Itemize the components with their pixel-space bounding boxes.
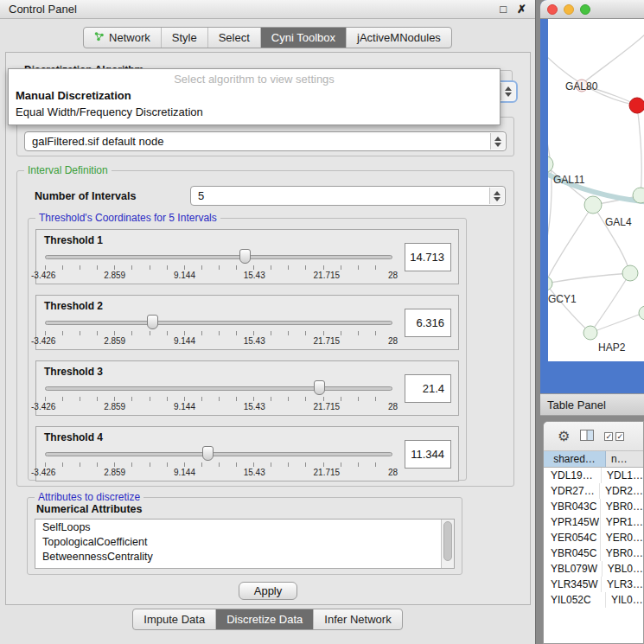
select-columns-checkboxes-icon[interactable] bbox=[604, 432, 624, 441]
tab-style[interactable]: Style bbox=[161, 28, 207, 48]
network-canvas[interactable]: GAL80 GAL11 GAL4 GCY1 HAP2 bbox=[548, 19, 644, 361]
table-header-row: shared… n… bbox=[544, 451, 643, 468]
cell[interactable]: YDL1… bbox=[602, 468, 643, 483]
threshold-value-field[interactable]: 11.344 bbox=[405, 440, 451, 469]
table-row[interactable]: YBR045CYBR0… bbox=[544, 545, 643, 561]
cell[interactable]: YBR045C bbox=[544, 545, 601, 561]
table-row[interactable]: YDR27…YDR2… bbox=[544, 483, 643, 499]
checkbox-icon[interactable] bbox=[604, 432, 613, 441]
threshold-panel: Threshold 1 -3.426 2.859 9.144 15.43 21.… bbox=[35, 229, 459, 284]
scale-label: 2.859 bbox=[104, 336, 125, 346]
list-item[interactable]: BetweennessCentrality bbox=[35, 549, 454, 564]
cell[interactable]: YLR345W bbox=[544, 577, 602, 592]
node-gcy1[interactable] bbox=[548, 277, 552, 290]
control-panel-window: Control Panel □ ✗ Network Style Select C… bbox=[0, 0, 536, 644]
slider-track[interactable] bbox=[45, 321, 392, 325]
cell[interactable]: YDL19… bbox=[544, 468, 602, 483]
list-item[interactable]: TopologicalCoefficient bbox=[35, 534, 454, 549]
cell[interactable]: YBR0… bbox=[601, 545, 643, 561]
cell[interactable]: YDR27… bbox=[544, 483, 600, 499]
close-icon[interactable]: ✗ bbox=[517, 3, 526, 15]
gear-icon[interactable]: ⚙ bbox=[558, 430, 570, 443]
cell[interactable]: YPR1… bbox=[601, 514, 643, 530]
slider-scale: -3.426 2.859 9.144 15.43 21.715 28 bbox=[31, 402, 398, 411]
slider-scale: -3.426 2.859 9.144 15.43 21.715 28 bbox=[31, 271, 398, 280]
slider-track[interactable] bbox=[45, 452, 392, 456]
tab-select[interactable]: Select bbox=[207, 28, 260, 48]
tab-network[interactable]: Network bbox=[84, 28, 161, 48]
slider-thumb[interactable] bbox=[202, 446, 214, 461]
threshold-value-field[interactable]: 14.713 bbox=[405, 243, 451, 271]
tab-cyni-toolbox[interactable]: Cyni Toolbox bbox=[260, 28, 346, 48]
combobox-stepper-icon bbox=[489, 188, 504, 204]
columns-icon[interactable] bbox=[580, 429, 594, 444]
tab-impute-data[interactable]: Impute Data bbox=[133, 609, 215, 629]
slider-thumb[interactable] bbox=[314, 380, 325, 395]
threshold-label: Threshold 2 bbox=[44, 300, 103, 312]
dropdown-option-manual-discretization[interactable]: Manual Discretization bbox=[9, 87, 500, 104]
slider-ticks bbox=[45, 265, 392, 270]
table-row[interactable]: YLR345WYLR3… bbox=[544, 577, 643, 592]
threshold-slider[interactable] bbox=[45, 380, 392, 396]
slider-track[interactable] bbox=[45, 255, 392, 259]
table-row[interactable]: YIL052CYIL0… bbox=[544, 592, 643, 608]
cell[interactable]: YDR2… bbox=[600, 483, 643, 499]
table-row[interactable]: YBR043CYBR0… bbox=[544, 499, 643, 514]
close-traffic-light[interactable] bbox=[547, 4, 558, 15]
scale-label: -3.426 bbox=[31, 336, 55, 346]
network-window-titlebar bbox=[540, 0, 644, 19]
node[interactable] bbox=[622, 265, 638, 281]
dropdown-option-equal-width[interactable]: Equal Width/Frequency Discretization bbox=[9, 104, 500, 120]
column-header-shared-name[interactable]: shared… bbox=[544, 451, 606, 467]
cell[interactable]: YLR3… bbox=[602, 577, 643, 592]
threshold-slider[interactable] bbox=[45, 446, 392, 462]
cell[interactable]: YIL0… bbox=[606, 592, 643, 608]
table-row[interactable]: YDL19…YDL1… bbox=[544, 468, 643, 483]
table-row[interactable]: YBL079WYBL0… bbox=[544, 561, 643, 577]
scale-label: 2.859 bbox=[104, 271, 125, 280]
apply-button[interactable]: Apply bbox=[239, 582, 297, 600]
tab-infer-network[interactable]: Infer Network bbox=[313, 609, 401, 629]
table-row[interactable]: YPR145WYPR1… bbox=[544, 514, 643, 530]
selected-node[interactable] bbox=[629, 98, 644, 113]
checkbox-icon[interactable] bbox=[615, 432, 624, 441]
table-data-combobox[interactable]: galFiltered.sif default node bbox=[24, 131, 507, 151]
node-hap2[interactable] bbox=[583, 326, 597, 340]
slider-thumb[interactable] bbox=[147, 315, 158, 329]
attributes-listbox[interactable]: SelfLoops TopologicalCoefficient Between… bbox=[35, 519, 455, 569]
column-header-name[interactable]: n… bbox=[606, 451, 643, 467]
node[interactable] bbox=[639, 306, 644, 320]
cell[interactable]: YER0… bbox=[601, 530, 643, 545]
threshold-value-field[interactable]: 6.316 bbox=[405, 309, 451, 337]
threshold-value-field[interactable]: 21.4 bbox=[405, 374, 451, 403]
tab-jactivemnodules[interactable]: jActiveMNodules bbox=[346, 28, 451, 48]
combobox-stepper-icon bbox=[501, 83, 515, 100]
tab-discretize-data[interactable]: Discretize Data bbox=[215, 609, 313, 629]
interval-definition-group: Interval Definition Number of Intervals … bbox=[16, 170, 514, 487]
node[interactable] bbox=[548, 156, 553, 173]
cell[interactable]: YIL052C bbox=[544, 592, 606, 608]
number-of-intervals-combobox[interactable]: 5 bbox=[190, 186, 506, 206]
scrollbar-thumb[interactable] bbox=[443, 521, 452, 561]
list-item[interactable]: SelfLoops bbox=[35, 520, 454, 534]
node[interactable] bbox=[633, 188, 644, 203]
float-window-icon[interactable]: □ bbox=[500, 3, 507, 15]
threshold-slider[interactable] bbox=[45, 315, 392, 330]
scrollbar[interactable] bbox=[441, 520, 454, 568]
slider-track[interactable] bbox=[45, 386, 392, 391]
zoom-traffic-light[interactable] bbox=[580, 4, 590, 15]
cell[interactable]: YBL079W bbox=[544, 561, 603, 577]
cyni-toolbox-panel: Discretization Algorithm Select algorith… bbox=[5, 52, 531, 605]
cell[interactable]: YBL0… bbox=[603, 561, 643, 577]
scale-label: 2.859 bbox=[104, 402, 125, 411]
cell[interactable]: YBR0… bbox=[601, 499, 643, 514]
node[interactable] bbox=[584, 196, 602, 214]
slider-thumb[interactable] bbox=[239, 249, 251, 264]
minimize-traffic-light[interactable] bbox=[564, 4, 574, 15]
cell[interactable]: YPR145W bbox=[544, 514, 601, 530]
threshold-slider[interactable] bbox=[45, 249, 392, 265]
tab-label: Discretize Data bbox=[226, 613, 303, 626]
cell[interactable]: YER054C bbox=[544, 530, 601, 545]
table-row[interactable]: YER054CYER0… bbox=[544, 530, 643, 545]
cell[interactable]: YBR043C bbox=[544, 499, 601, 514]
